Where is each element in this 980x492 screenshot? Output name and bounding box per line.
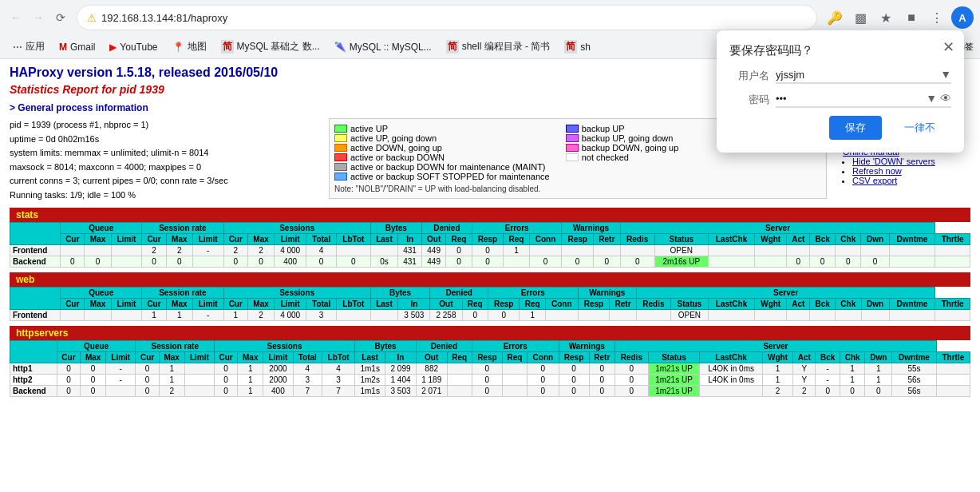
web-label: web <box>16 274 34 285</box>
bookmark-apps[interactable]: ⋅⋅⋅ 应用 <box>6 38 51 55</box>
save-dialog-title: 要保存密码吗？ <box>729 43 951 58</box>
th-queue: Queue <box>61 222 142 233</box>
stats-frontend-row: Frontend 22- 224 0004 431449 00 1 OPEN <box>10 244 970 256</box>
reload-button[interactable]: ⟳ <box>51 8 70 27</box>
username-input-wrap: ▼ <box>776 68 951 84</box>
process-info: pid = 1939 (process #1, nbproc = 1) upti… <box>10 118 313 203</box>
save-password-dialog: 要保存密码吗？ ✕ 用户名 ▼ 密码 ▼ 👁 保存 一律不 <box>717 30 964 153</box>
maxsock-info: maxsock = 8014; maxconn = 4000; maxpipes… <box>10 161 313 175</box>
current-conns-info: current conns = 3; current pipes = 0/0; … <box>10 174 313 188</box>
save-button[interactable]: 保存 <box>829 116 882 140</box>
th-warnings: Warnings <box>562 222 620 233</box>
dialog-buttons: 保存 一律不 <box>729 116 951 140</box>
bookmark-mysql-basic[interactable]: 简 MySQL 基础之 数... <box>215 38 326 55</box>
username-input[interactable] <box>776 69 940 81</box>
gmail-icon: M <box>59 42 67 53</box>
refresh-now-link[interactable]: Refresh now <box>852 166 970 176</box>
mysql-official-icon: 🌂 <box>334 42 346 53</box>
th-denied: Denied <box>421 222 472 233</box>
bookmark-sh[interactable]: 简 sh <box>558 38 597 55</box>
back-button[interactable]: ← <box>6 8 26 27</box>
password-input-wrap: ▼ 👁 <box>776 92 951 108</box>
bookmark-gmail-label: Gmail <box>70 42 95 53</box>
bookmark-maps-label: 地图 <box>188 40 207 54</box>
key-icon[interactable]: 🔑 <box>824 6 846 29</box>
save-dialog-close-button[interactable]: ✕ <box>942 38 954 56</box>
bookmark-icon[interactable]: ★ <box>875 6 897 29</box>
bookmark-youtube[interactable]: ▶ YouTube <box>103 40 164 54</box>
forward-button[interactable]: → <box>29 8 48 27</box>
youtube-icon: ▶ <box>109 42 117 53</box>
sh-icon: 简 <box>564 40 577 54</box>
web-section: web Queue Session rate Sessions Bytes De… <box>10 272 970 321</box>
bookmark-shell-label: shell 编程目录 - 简书 <box>462 40 551 54</box>
bookmark-gmail[interactable]: M Gmail <box>53 40 101 54</box>
extensions-icon[interactable]: ■ <box>900 6 923 29</box>
stats-table: Queue Session rate Sessions Bytes Denied… <box>10 222 970 268</box>
th-bytes: Bytes <box>370 222 421 233</box>
http2-row: http2 00- 01 012000331m2s 1 4041 189 0 0… <box>10 374 970 385</box>
web-frontend-row: Frontend 11- 124 0003 3 5032 258 00 1 OP… <box>10 309 970 320</box>
password-row: 密码 ▼ 👁 <box>729 92 951 108</box>
th-session-rate: Session rate <box>142 222 223 233</box>
stats-section-header: stats <box>10 208 970 222</box>
httpservers-table: Queue Session rate Sessions Bytes Denied… <box>10 340 970 397</box>
bookmark-apps-label: 应用 <box>26 40 45 54</box>
running-tasks-info: Running tasks: 1/9; idle = 100 % <box>10 188 313 203</box>
never-button[interactable]: 一律不 <box>888 116 951 140</box>
uptime-info: uptime = 0d 0h02m16s <box>10 133 313 147</box>
bookmark-maps[interactable]: 📍 地图 <box>166 38 213 55</box>
cast-icon[interactable]: ▩ <box>849 6 871 29</box>
profile-button[interactable]: A <box>951 6 974 29</box>
address-text: 192.168.13.144:81/haproxy <box>101 12 807 24</box>
bookmark-mysql-official-label: MySQL :: MySQL... <box>350 42 432 53</box>
apps-icon: ⋅⋅⋅ <box>13 42 22 53</box>
bookmark-sh-label: sh <box>580 42 591 53</box>
pid-info: pid = 1939 (process #1, nbproc = 1) <box>10 118 313 133</box>
stats-label: stats <box>16 209 38 220</box>
th-errors: Errors <box>472 222 562 233</box>
th-server: Server <box>620 222 935 233</box>
password-label: 密码 <box>729 93 769 107</box>
lock-icon: ⚠ <box>87 12 97 24</box>
username-row: 用户名 ▼ <box>729 68 951 84</box>
csv-export-link[interactable]: CSV export <box>852 176 970 185</box>
th-sessions: Sessions <box>223 222 370 233</box>
bookmark-shell[interactable]: 简 shell 编程目录 - 简书 <box>440 38 557 55</box>
http1-row: http1 00- 01 012000441m1s 2 099882 0 00 … <box>10 363 970 374</box>
legend-right: backup UP backup UP, going down backup D… <box>566 124 679 193</box>
mysql-basic-icon: 简 <box>221 40 234 54</box>
username-label: 用户名 <box>729 69 769 83</box>
web-section-header: web <box>10 272 970 287</box>
httpservers-section: httpservers Queue Session rate Sessions … <box>10 326 970 397</box>
password-visibility-icon[interactable]: 👁 <box>940 92 951 105</box>
legend-left: active UP active UP, going down active D… <box>334 124 550 193</box>
maps-icon: 📍 <box>172 42 184 53</box>
httpservers-backend-row: Backend 00 02 01400771m1s 3 5032 071 0 0… <box>10 385 970 396</box>
password-dropdown-icon[interactable]: ▼ <box>926 92 937 105</box>
stats-backend-row: Backend 00 00 00400000s 431449 00 00 00 … <box>10 256 970 267</box>
th-name <box>10 222 61 244</box>
bookmark-mysql-official[interactable]: 🌂 MySQL :: MySQL... <box>328 40 438 54</box>
shell-icon: 简 <box>446 40 459 54</box>
bookmark-mysql-basic-label: MySQL 基础之 数... <box>237 40 320 54</box>
web-table: Queue Session rate Sessions Bytes Denied… <box>10 287 970 321</box>
stats-section: stats Queue Session rate Sessions Bytes … <box>10 208 970 268</box>
username-dropdown-icon[interactable]: ▼ <box>940 68 951 81</box>
hide-down-servers-link[interactable]: Hide 'DOWN' servers <box>852 157 970 166</box>
bookmark-youtube-label: YouTube <box>120 42 157 53</box>
httpservers-section-header: httpservers <box>10 326 970 340</box>
password-input[interactable] <box>776 93 926 105</box>
system-limits-info: system limits: memmax = unlimited; ulimi… <box>10 146 313 161</box>
httpservers-label: httpservers <box>16 327 68 339</box>
menu-icon[interactable]: ⋮ <box>926 6 948 29</box>
address-bar[interactable]: ⚠ 192.168.13.144:81/haproxy <box>77 5 817 30</box>
